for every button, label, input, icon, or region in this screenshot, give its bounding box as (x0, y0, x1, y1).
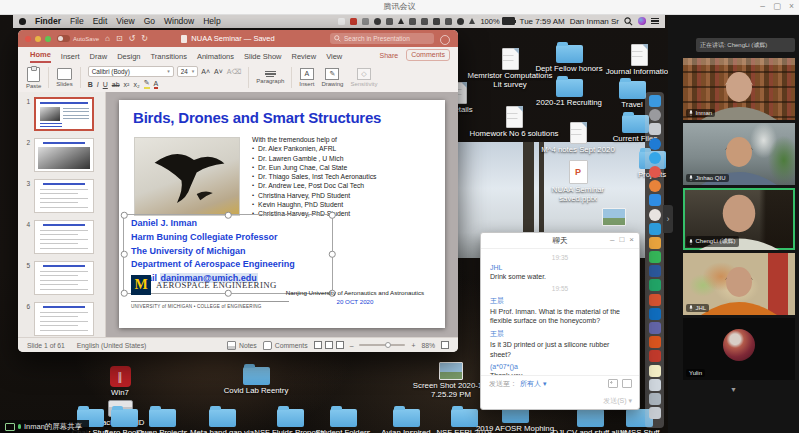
menu-item-edit[interactable]: Edit (93, 16, 108, 26)
tab-animations[interactable]: Animations (197, 52, 234, 63)
save-icon[interactable]: ⊡ (116, 30, 123, 47)
code-icon[interactable] (445, 18, 452, 25)
highlight-color-button[interactable]: ✎ (144, 79, 150, 89)
desktop-item-nuaa-seminar-saved-pptx[interactable]: PNUAA Seminar saved.pptx (532, 160, 624, 204)
minimize-button[interactable]: – (760, 0, 765, 13)
zoom-out-button[interactable]: – (350, 342, 354, 349)
dock-app-store-icon[interactable] (649, 138, 661, 150)
menu-item-file[interactable]: File (70, 16, 84, 26)
menu-item-view[interactable]: View (116, 16, 134, 26)
control-center-icon[interactable] (338, 18, 345, 25)
tab-design[interactable]: Design (117, 52, 140, 63)
dock-launchpad-icon[interactable] (649, 123, 661, 135)
university-logo[interactable]: M AEROSPACE ENGINEERING (131, 275, 277, 295)
selection-handle[interactable] (121, 212, 128, 219)
sidebar-expand-tab[interactable]: › (663, 205, 673, 233)
autosave-toggle[interactable]: AutoSave (57, 35, 99, 42)
dock-powerpoint-icon[interactable] (649, 294, 661, 306)
sorter-view-button[interactable] (325, 341, 333, 349)
venue-text[interactable]: Nanjing University of Aeronautics and As… (269, 289, 441, 306)
sensitivity-button[interactable]: ◇ Sensitivity (350, 68, 377, 87)
desktop-item-journal-information[interactable]: Journal Information (600, 44, 668, 77)
home-icon[interactable]: ⌂ (105, 30, 110, 47)
dock-photos-icon[interactable] (649, 209, 661, 221)
traffic-close-button[interactable] (25, 36, 31, 42)
selection-handle[interactable] (121, 251, 128, 258)
dock-safari-icon[interactable] (649, 152, 661, 164)
app-badge-icon[interactable] (350, 18, 357, 25)
video-tile-chengli[interactable]: ChengLi (诚辉) (683, 188, 795, 250)
send-button[interactable]: 发送(S) ▾ (603, 396, 632, 406)
thumbnail-slide-4[interactable]: 4 (22, 220, 100, 254)
battery-indicator[interactable]: 100% (480, 17, 514, 26)
keyboard-icon[interactable] (433, 18, 440, 25)
video-tile-jhl[interactable]: JHL (683, 253, 795, 315)
siri-icon[interactable] (638, 17, 646, 25)
menu-item-window[interactable]: Window (164, 16, 194, 26)
zoom-in-button[interactable]: + (411, 342, 415, 349)
zoom-level[interactable]: 88% (421, 342, 435, 349)
slide-canvas[interactable]: Birds, Drones and Smart Structures With … (119, 100, 445, 328)
desktop-item-covid-lab-reentry[interactable]: Covid Lab Reentry (212, 364, 300, 396)
popout-chat-icon[interactable] (622, 379, 632, 388)
desktop-item-item[interactable] (592, 208, 636, 226)
video-tile-jinhao-qiu[interactable]: Jinhao QIU (683, 123, 795, 185)
dock-settings-icon[interactable] (649, 109, 661, 121)
superscript-button[interactable]: x² (124, 81, 130, 88)
dock-teams-icon[interactable] (649, 322, 661, 334)
dock-mail-icon[interactable] (649, 194, 661, 206)
dock-excel-icon[interactable] (649, 279, 661, 291)
language-indicator[interactable]: English (United States) (77, 342, 147, 349)
grow-font-button[interactable]: A˄ (201, 68, 210, 75)
traffic-zoom-button[interactable] (45, 36, 51, 42)
dock-documents-stack-icon[interactable] (649, 379, 661, 391)
thumbnail-slide-1[interactable]: 1 (22, 97, 100, 131)
dock-downloads-stack-icon[interactable] (649, 393, 661, 405)
underline-button[interactable]: U (103, 81, 108, 88)
eject-icon[interactable] (398, 18, 404, 24)
thumbnail-slide-3[interactable]: 3 (22, 179, 100, 213)
tab-slide-show[interactable]: Slide Show (244, 52, 282, 63)
slideshow-button[interactable] (336, 341, 344, 349)
spotlight-search-icon[interactable] (624, 17, 633, 26)
redo-icon[interactable]: ↻ (141, 30, 148, 47)
shrink-font-button[interactable]: A˅ (214, 68, 223, 75)
comments-button[interactable]: Comments (406, 49, 450, 61)
dock-matlab-icon[interactable] (649, 336, 661, 348)
slides-button[interactable]: Slides (56, 68, 72, 87)
selection-handle[interactable] (121, 290, 128, 297)
video-tile-inman[interactable]: Inman (683, 58, 795, 120)
tab-insert[interactable]: Insert (61, 52, 80, 63)
dock-pages-icon[interactable] (649, 237, 661, 249)
dock-acrobat-icon[interactable] (649, 350, 661, 362)
chat-minimize-button[interactable]: – (610, 233, 614, 247)
italic-button[interactable]: I (97, 81, 99, 88)
video-tile-yulin[interactable]: Yulin (683, 318, 795, 380)
notification-center-icon[interactable] (651, 18, 659, 25)
wifi-icon[interactable] (457, 18, 464, 25)
helpers-textbox[interactable]: With the tremendous help of •Dr. Alex Pa… (252, 135, 434, 219)
menu-item-go[interactable]: Go (144, 16, 155, 26)
apple-menu-icon[interactable] (19, 18, 26, 25)
dock-outlook-icon[interactable] (649, 308, 661, 320)
menubar-clock[interactable]: Tue 7:59 AM (520, 17, 565, 26)
dock-chrome-icon[interactable] (649, 166, 661, 178)
tab-draw[interactable]: Draw (90, 52, 108, 63)
desktop-item-m-4-notes-sept-2020[interactable]: M^4 notes Sept 2020 (532, 122, 624, 155)
bold-button[interactable]: B (88, 81, 93, 88)
share-button[interactable]: Share (379, 52, 398, 59)
statusbar-comments-button[interactable]: Comments (263, 341, 308, 350)
paste-button[interactable]: Paste (26, 67, 41, 89)
tab-view[interactable]: View (326, 52, 342, 63)
chat-maximize-button[interactable]: □ (619, 233, 624, 247)
undo-icon[interactable]: ↺ (129, 30, 136, 47)
close-button[interactable]: × (789, 0, 794, 13)
clear-format-button[interactable]: A⌫ (227, 68, 242, 76)
dock-keynote-icon[interactable] (649, 223, 661, 235)
font-name-select[interactable]: Calibri (Body)▾ (88, 66, 174, 77)
disk-icon[interactable] (374, 18, 381, 25)
paragraph-button[interactable]: Paragraph (256, 71, 284, 85)
dock-firefox-icon[interactable] (649, 180, 661, 192)
tab-home[interactable]: Home (30, 50, 51, 63)
insert-button[interactable]: A Insert (299, 68, 314, 87)
